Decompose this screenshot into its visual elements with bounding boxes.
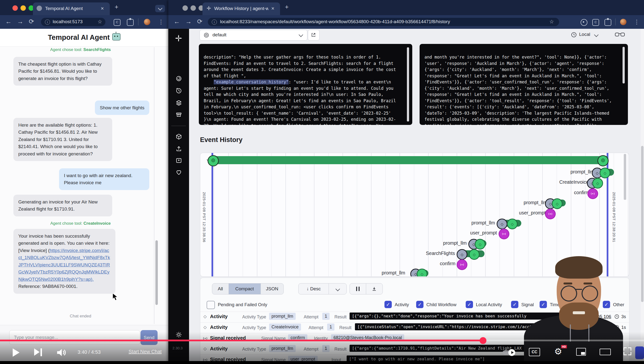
activity-completed-marker[interactable]: ◇ (507, 218, 518, 229)
sort-desc-button[interactable]: ↓ Desc (298, 284, 329, 294)
open-namespace-button[interactable] (308, 30, 320, 40)
browser-menu-icon[interactable]: ⋮ (634, 18, 640, 25)
workflow-end-marker[interactable]: ⊚ (598, 155, 609, 166)
tab-compact[interactable]: Compact (229, 284, 261, 294)
tab-close-icon[interactable]: × (101, 5, 104, 12)
signal-marker[interactable] (545, 208, 556, 219)
bookmark-star-icon[interactable]: ☆ (98, 19, 102, 25)
activity-type-chip: prompt_llm (269, 313, 296, 320)
panel-scrollbar-thumb[interactable] (622, 47, 625, 84)
reload-button[interactable]: ⟳ (197, 18, 202, 25)
back-button[interactable]: ← (174, 18, 180, 25)
play-button[interactable] (13, 348, 20, 357)
forward-button[interactable]: → (17, 18, 24, 25)
signal-marker[interactable] (498, 228, 509, 239)
address-bar[interactable]: i localhost:5173 ☆ (41, 18, 106, 26)
temporal-logo-icon[interactable] (174, 34, 183, 44)
activity-completed-marker[interactable]: ◇ (592, 178, 603, 188)
tab-all[interactable]: All (212, 284, 229, 294)
chat-scrollbar-thumb[interactable] (156, 240, 158, 305)
volume-icon[interactable] (56, 348, 66, 357)
tab-close-icon[interactable]: × (271, 5, 274, 12)
tool-choice-prefix: Agent chose tool: (50, 47, 82, 52)
workflow-result-json-panel[interactable]: and month you're interested in for the e… (420, 44, 628, 125)
workflow-input-json-panel[interactable]: description": "Help the user gather args… (199, 44, 412, 125)
profile-avatar[interactable] (144, 19, 150, 25)
puzzle-extensions-icon[interactable] (127, 19, 134, 26)
person-eyebrow-right (584, 282, 592, 284)
filter-child-workflow-checkbox[interactable]: ✓ (416, 301, 424, 308)
labs-cube-nav-icon[interactable] (176, 133, 182, 140)
signal-marker[interactable] (457, 259, 468, 270)
json-key-highlight: "example_conversation_history" (214, 80, 288, 84)
address-bar[interactable]: i localhost:8233/namespaces/default/work… (208, 18, 559, 26)
workflow-execution-bar[interactable] (212, 156, 608, 164)
extension-icon[interactable]: C (592, 19, 599, 26)
filter-signal-checkbox[interactable]: ✓ (511, 301, 518, 308)
filter-activity-checkbox[interactable]: ✓ (384, 301, 392, 308)
url-text: localhost:5173 (53, 19, 83, 24)
import-nav-icon[interactable] (176, 146, 182, 152)
batch-operations-nav-icon[interactable] (176, 111, 182, 118)
autoplay-toggle[interactable] (502, 350, 514, 355)
tool-choice-label: Agent chose tool: SearchFlights (0, 47, 161, 52)
sort-dropdown-button[interactable] (329, 284, 346, 294)
activity-scheduled-marker[interactable]: ◇ (457, 249, 468, 260)
captions-button[interactable]: CC (529, 348, 540, 356)
filter-child-workflow-label: Child Workflow (426, 302, 456, 308)
video-bottom-bar (0, 361, 644, 364)
panel-scrollbar-thumb[interactable] (407, 47, 409, 122)
timezone-select[interactable]: Local (579, 32, 590, 37)
timeline-scrollbar-thumb[interactable] (624, 154, 626, 200)
back-button[interactable]: ← (5, 18, 12, 25)
workflows-nav-icon[interactable] (176, 75, 182, 82)
activity-completed-marker[interactable]: ◇ (600, 168, 610, 178)
page-scrollbar-thumb[interactable] (641, 146, 644, 302)
tab-search-button[interactable] (155, 5, 165, 12)
new-tab-button[interactable]: + (285, 4, 288, 10)
progress-scrubber-dot[interactable] (480, 337, 486, 344)
filter-local-activity-checkbox[interactable]: ✓ (466, 301, 473, 308)
tab-json[interactable]: JSON (261, 284, 284, 294)
right-url-toolbar: ← → ⟳ i localhost:8233/namespaces/defaul… (168, 15, 644, 29)
reload-button[interactable]: ⟳ (29, 18, 34, 25)
close-window-button[interactable] (12, 5, 18, 11)
minimize-window-button[interactable] (190, 5, 196, 11)
browser-tab[interactable]: Temporal AI Agent × (33, 2, 110, 15)
fullscreen-button[interactable] (624, 348, 631, 355)
namespace-select[interactable]: default (200, 30, 307, 40)
browser-tab[interactable]: Workflow History | agent-wor × (202, 2, 280, 15)
labs-glasses-icon[interactable] (615, 31, 625, 38)
activity-scheduled-marker[interactable]: ◇ (497, 218, 508, 229)
close-window-button[interactable] (182, 5, 188, 11)
site-info-icon[interactable]: i (212, 20, 217, 25)
minimize-window-button[interactable] (20, 5, 26, 11)
task-queues-nav-icon[interactable] (176, 99, 182, 106)
pending-failed-checkbox[interactable] (206, 301, 215, 309)
new-tab-button[interactable]: + (115, 4, 118, 10)
puzzle-extensions-icon[interactable] (604, 19, 611, 26)
progress-bar[interactable] (0, 340, 644, 341)
start-new-chat-link[interactable]: Start New Chat (128, 349, 162, 354)
activity-completed-marker[interactable]: ◇ (475, 239, 486, 250)
download-history-button[interactable] (366, 284, 383, 294)
site-info-icon[interactable]: i (45, 20, 50, 25)
activity-completed-marker[interactable]: ◇ (469, 249, 480, 260)
workflow-start-marker[interactable]: ⊚ (208, 155, 219, 166)
feedback-nav-icon[interactable] (176, 157, 182, 164)
next-button[interactable] (34, 348, 44, 357)
signal-marker[interactable] (588, 188, 598, 199)
forward-button[interactable]: → (186, 18, 192, 25)
activity-completed-marker[interactable]: ◇ (552, 198, 562, 209)
pause-button[interactable] (350, 284, 366, 294)
support-heart-nav-icon[interactable] (176, 169, 182, 176)
miniplayer-button[interactable] (576, 348, 586, 356)
profile-avatar[interactable] (620, 19, 626, 25)
bookmark-star-icon[interactable]: ☆ (549, 19, 554, 25)
schedules-nav-icon[interactable] (176, 87, 182, 94)
password-eye-icon[interactable] (580, 19, 588, 26)
theater-mode-button[interactable] (600, 349, 611, 355)
browser-menu-icon[interactable]: ⋮ (158, 18, 164, 25)
extension-icon[interactable]: C (114, 19, 120, 26)
left-url-toolbar: ← → ⟳ i localhost:5173 ☆ C ⋮ (0, 15, 168, 29)
